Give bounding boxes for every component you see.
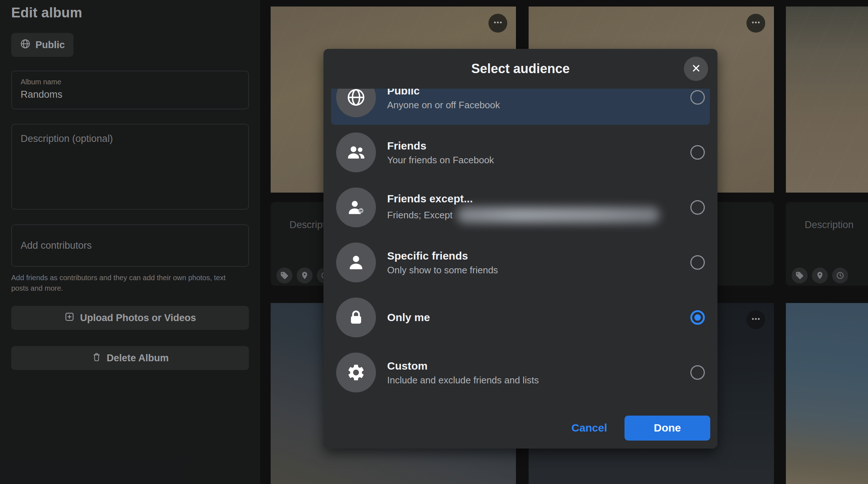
option-title: Public (387, 89, 690, 98)
audience-option-specific-friends[interactable]: Specific friends Only show to some frien… (331, 235, 710, 290)
radio-public[interactable] (690, 90, 705, 105)
option-subtitle: Friends; Except (387, 207, 690, 223)
radio-specific-friends[interactable] (690, 255, 705, 270)
close-button[interactable] (684, 57, 708, 81)
option-title: Friends (387, 139, 690, 153)
option-subtitle: Include and exclude friends and lists (387, 375, 690, 386)
audience-option-only-me[interactable]: Only me (331, 290, 710, 345)
option-title: Specific friends (387, 249, 690, 263)
option-title: Only me (387, 311, 690, 324)
select-audience-modal: Select audience Public Anyone on or off … (323, 49, 717, 449)
friends-icon (336, 132, 376, 172)
modal-footer: Cancel Done (323, 407, 717, 449)
gear-icon (336, 353, 376, 392)
audience-option-custom[interactable]: Custom Include and exclude friends and l… (331, 345, 710, 400)
radio-custom[interactable] (690, 365, 705, 380)
audience-option-friends[interactable]: Friends Your friends on Facebook (331, 125, 710, 180)
audience-option-public[interactable]: Public Anyone on or off Facebook (331, 89, 710, 125)
modal-header: Select audience (323, 49, 717, 89)
globe-icon (336, 89, 376, 117)
option-title: Custom (387, 359, 690, 373)
done-button[interactable]: Done (624, 416, 710, 441)
person-icon (336, 243, 376, 282)
person-minus-icon (336, 188, 376, 227)
option-title: Friends except... (387, 192, 690, 206)
audience-option-friends-except[interactable]: Friends except... Friends; Except (331, 180, 710, 235)
option-subtitle: Anyone on or off Facebook (387, 100, 690, 111)
redacted-names-blur (457, 207, 660, 223)
option-subtitle: Only show to some friends (387, 265, 690, 276)
modal-title: Select audience (471, 61, 570, 76)
lock-icon (336, 298, 376, 337)
radio-friends[interactable] (690, 145, 705, 160)
cancel-button[interactable]: Cancel (572, 422, 607, 434)
radio-friends-except[interactable] (690, 200, 705, 215)
option-subtitle: Your friends on Facebook (387, 155, 690, 166)
radio-only-me[interactable] (690, 310, 705, 325)
close-icon (690, 63, 702, 75)
audience-options-list: Public Anyone on or off Facebook Friends… (323, 89, 717, 407)
